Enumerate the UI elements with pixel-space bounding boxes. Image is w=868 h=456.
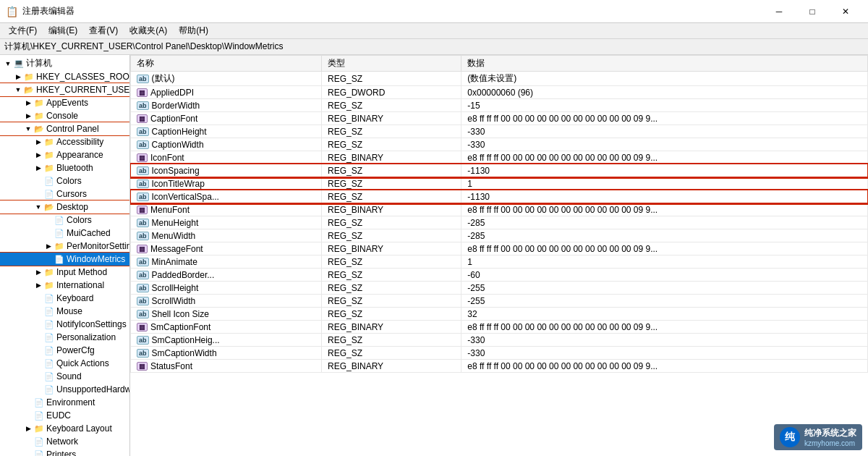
table-row[interactable]: ab MenuHeight REG_SZ -285 xyxy=(131,216,868,229)
tree-label-hkcr: HKEY_CLASSES_ROOT xyxy=(36,72,130,82)
table-row[interactable]: ab MinAnimate REG_SZ 1 xyxy=(131,256,868,269)
cell-type: REG_BINARY xyxy=(321,360,461,373)
tree-toggle-accessibility[interactable]: ▶ xyxy=(33,137,43,147)
tree-item-powercfg[interactable]: ▶ 📄 PowerCfg xyxy=(0,344,129,357)
table-row[interactable]: ab IconTitleWrap REG_SZ 1 xyxy=(131,177,868,190)
tree-toggle-keyboardlayout[interactable]: ▶ xyxy=(23,423,33,434)
tree-item-network[interactable]: ▶ 📄 Network xyxy=(0,435,129,448)
mouse-icon: 📄 xyxy=(43,305,55,317)
tree-item-notifyiconsettings[interactable]: ▶ 📄 NotifyIconSettings xyxy=(0,318,129,331)
tree-item-hkcu[interactable]: ▼ 📂 HKEY_CURRENT_USER xyxy=(0,83,129,96)
table-row[interactable]: ▦ SmCaptionFont REG_BINARY e8 ff ff ff 0… xyxy=(131,321,868,334)
tree-toggle-hkcr[interactable]: ▶ xyxy=(13,72,23,82)
type-icon-ab: ab xyxy=(137,75,149,83)
table-row[interactable]: ab (默认) REG_SZ (数值未设置) xyxy=(131,72,868,86)
tree-toggle-permonitorsettings[interactable]: ▶ xyxy=(43,241,54,251)
tree-toggle-appearance[interactable]: ▶ xyxy=(33,150,43,160)
table-row[interactable]: ab ScrollWidth REG_SZ -255 xyxy=(131,295,868,308)
table-row[interactable]: ab Shell Icon Size REG_SZ 32 xyxy=(131,308,868,321)
keyboard-icon: 📄 xyxy=(43,292,55,304)
tree-toggle-controlpanel[interactable]: ▼ xyxy=(23,124,33,134)
menu-help[interactable]: 帮助(H) xyxy=(173,23,214,38)
tree-panel[interactable]: ▼ 💻 计算机 ▶ 📁 HKEY_CLASSES_ROOT ▼ 📂 HKEY_C… xyxy=(0,55,130,456)
cell-data: e8 ff ff ff 00 00 00 00 00 00 00 00 00 0… xyxy=(461,360,868,373)
tree-item-controlpanel[interactable]: ▼ 📂 Control Panel xyxy=(0,122,129,135)
tree-item-environment[interactable]: ▶ 📄 Environment xyxy=(0,396,129,409)
tree-item-eudc[interactable]: ▶ 📄 EUDC xyxy=(0,409,129,422)
table-row[interactable]: ▦ CaptionFont REG_BINARY e8 ff ff ff 00 … xyxy=(131,112,868,125)
cell-name: ab SmCaptionHeig... xyxy=(131,334,322,347)
tree-item-computer[interactable]: ▼ 💻 计算机 xyxy=(0,56,129,70)
tree-item-keyboard[interactable]: ▶ 📄 Keyboard xyxy=(0,292,129,305)
tree-item-muicached[interactable]: ▶ 📄 MuiCached xyxy=(0,227,129,240)
tree-toggle-bluetooth[interactable]: ▶ xyxy=(33,163,43,173)
table-row[interactable]: ab IconSpacing REG_SZ -1130 xyxy=(131,164,868,177)
table-row[interactable]: ▦ MessageFont REG_BINARY e8 ff ff ff 00 … xyxy=(131,242,868,256)
tree-toggle-desktop[interactable]: ▼ xyxy=(33,202,43,212)
cell-name: ab SmCaptionWidth xyxy=(131,347,322,360)
col-header-name[interactable]: 名称 xyxy=(131,56,322,72)
menu-favorites[interactable]: 收藏夹(A) xyxy=(124,23,173,38)
tree-item-accessibility[interactable]: ▶ 📁 Accessibility xyxy=(0,135,129,148)
tree-item-desktop[interactable]: ▼ 📂 Desktop xyxy=(0,200,129,214)
tree-toggle-international[interactable]: ▶ xyxy=(33,280,43,290)
cell-data: -60 xyxy=(461,269,868,282)
table-row[interactable]: ab PaddedBorder... REG_SZ -60 xyxy=(131,269,868,282)
tree-item-keyboardlayout[interactable]: ▶ 📁 Keyboard Layout xyxy=(0,422,129,435)
maximize-button[interactable]: □ xyxy=(796,0,829,23)
tree-item-sound[interactable]: ▶ 📄 Sound xyxy=(0,370,129,383)
menu-file[interactable]: 文件(F) xyxy=(3,23,43,38)
tree-toggle-hkcu[interactable]: ▼ xyxy=(13,85,23,95)
table-row[interactable]: ▦ AppliedDPI REG_DWORD 0x00000060 (96) xyxy=(131,86,868,99)
table-row[interactable]: ab CaptionHeight REG_SZ -330 xyxy=(131,125,868,138)
tree-item-cursors[interactable]: ▶ 📄 Cursors xyxy=(0,187,129,200)
cell-name: ab CaptionWidth xyxy=(131,138,322,151)
table-row[interactable]: ab CaptionWidth REG_SZ -330 xyxy=(131,138,868,151)
tree-item-printers[interactable]: ▶ 📄 Printers xyxy=(0,448,129,456)
close-button[interactable]: ✕ xyxy=(829,0,862,23)
tree-item-inputmethod[interactable]: ▶ 📁 Input Method xyxy=(0,266,129,279)
table-row[interactable]: ab IconVerticalSpa... REG_SZ -1130 xyxy=(131,190,868,203)
table-row[interactable]: ▦ IconFont REG_BINARY e8 ff ff ff 00 00 … xyxy=(131,151,868,164)
table-row[interactable]: ab SmCaptionHeig... REG_SZ -330 xyxy=(131,334,868,347)
cell-data: e8 ff ff ff 00 00 00 00 00 00 00 00 00 0… xyxy=(461,203,868,216)
tree-item-colors[interactable]: ▶ 📄 Colors xyxy=(0,174,129,187)
tree-item-international[interactable]: ▶ 📁 International xyxy=(0,279,129,292)
tree-item-quickactions[interactable]: ▶ 📄 Quick Actions xyxy=(0,357,129,370)
cell-data: e8 ff ff ff 00 00 00 00 00 00 00 00 00 0… xyxy=(461,242,868,256)
minimize-button[interactable]: ─ xyxy=(762,0,796,23)
tree-label-controlpanel: Control Panel xyxy=(46,124,99,134)
powercfg-icon: 📄 xyxy=(43,345,55,356)
tree-item-appevents[interactable]: ▶ 📁 AppEvents xyxy=(0,96,129,109)
tree-toggle-appevents[interactable]: ▶ xyxy=(23,98,33,108)
tree-item-unsupportedhardware[interactable]: ▶ 📄 UnsupportedHardware xyxy=(0,383,129,396)
controlpanel-icon: 📂 xyxy=(33,123,45,135)
tree-item-permonitorsettings[interactable]: ▶ 📁 PerMonitorSettings xyxy=(0,240,129,253)
col-header-data[interactable]: 数据 xyxy=(461,56,868,72)
tree-toggle-computer[interactable]: ▼ xyxy=(3,59,13,69)
type-icon-ab: ab xyxy=(137,166,149,175)
tree-item-hkcr[interactable]: ▶ 📁 HKEY_CLASSES_ROOT xyxy=(0,70,129,83)
tree-item-mouse[interactable]: ▶ 📄 Mouse xyxy=(0,305,129,318)
cell-name: ▦ AppliedDPI xyxy=(131,86,322,99)
col-header-type[interactable]: 类型 xyxy=(321,56,461,72)
tree-item-personalization[interactable]: ▶ 📄 Personalization xyxy=(0,331,129,344)
tree-toggle-inputmethod[interactable]: ▶ xyxy=(33,267,43,277)
menu-edit[interactable]: 编辑(E) xyxy=(43,23,83,38)
tree-label-console: Console xyxy=(46,111,78,121)
tree-item-desktop-colors[interactable]: ▶ 📄 Colors xyxy=(0,214,129,227)
table-row[interactable]: ab BorderWidth REG_SZ -15 xyxy=(131,99,868,112)
table-row[interactable]: ab SmCaptionWidth REG_SZ -330 xyxy=(131,347,868,360)
table-row[interactable]: ab MenuWidth REG_SZ -285 xyxy=(131,229,868,242)
tree-label-accessibility: Accessibility xyxy=(56,137,103,147)
tree-item-console[interactable]: ▶ 📁 Console xyxy=(0,109,129,122)
table-row[interactable]: ▦ MenuFont REG_BINARY e8 ff ff ff 00 00 … xyxy=(131,203,868,216)
tree-toggle-console[interactable]: ▶ xyxy=(23,111,33,121)
table-row[interactable]: ab ScrollHeight REG_SZ -255 xyxy=(131,282,868,295)
tree-item-appearance[interactable]: ▶ 📁 Appearance xyxy=(0,148,129,161)
menu-view[interactable]: 查看(V) xyxy=(83,23,124,38)
hkcr-icon: 📁 xyxy=(23,71,35,83)
table-row[interactable]: ▦ StatusFont REG_BINARY e8 ff ff ff 00 0… xyxy=(131,360,868,373)
tree-item-windowmetrics[interactable]: ▶ 📄 WindowMetrics xyxy=(0,253,129,266)
tree-item-bluetooth[interactable]: ▶ 📁 Bluetooth xyxy=(0,161,129,174)
